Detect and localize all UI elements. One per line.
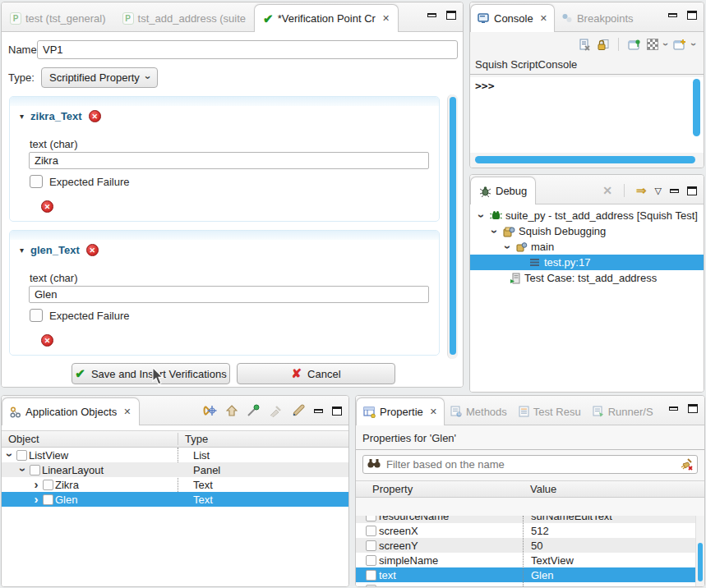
close-icon[interactable]: ✕ [123,407,131,417]
type-dropdown[interactable]: Scriptified Property › [41,67,158,88]
open-console-icon[interactable] [673,39,686,51]
tab-test-results[interactable]: Test Resu [513,398,587,425]
tab-test-general[interactable]: P test (tst_general) [2,5,114,31]
property-checkbox[interactable] [366,555,376,566]
expander-icon[interactable]: › [31,480,41,489]
object-checkbox[interactable] [16,450,27,461]
editor-scrollbar[interactable] [447,94,458,359]
minimize-icon[interactable] [670,189,679,193]
property-checkbox[interactable] [366,526,376,536]
minimize-icon[interactable] [314,409,323,413]
minimize-icon[interactable] [427,13,436,17]
property-row-text[interactable]: text Glen [356,567,704,582]
pin-console-icon[interactable] [628,39,641,51]
property-checkbox[interactable] [366,516,376,521]
tab-verification-point[interactable]: ✔ *Verification Point Cr ✕ [254,4,399,32]
collapse-triangle-icon[interactable]: ▾ [20,112,24,121]
clear-filter-broom-icon[interactable] [680,458,693,471]
property-row-resourcename[interactable]: resourceName surNameEditText [356,516,704,523]
minimize-icon[interactable] [668,13,677,17]
tab-properties[interactable]: Propertie ✕ [356,397,445,425]
close-icon[interactable]: ✕ [382,13,390,24]
pick-parent-icon[interactable] [226,405,238,417]
section-title[interactable]: glen_Text [30,244,80,256]
tab-application-objects[interactable]: Application Objects ✕ [2,397,140,425]
debug-tree-item-stackframe[interactable]: test.py:17 [470,255,704,270]
minimize-icon[interactable] [669,407,678,411]
object-checkbox[interactable] [43,494,53,505]
expander-icon[interactable]: › [19,465,27,475]
remove-section-icon[interactable]: ✕ [86,244,99,256]
maximize-icon[interactable] [446,11,456,20]
remove-terminated-icon[interactable]: ✕ [602,184,612,197]
object-row-linearlayout[interactable]: › LinearLayout Panel [2,462,348,477]
debug-tree-item-main[interactable]: › main [470,239,704,255]
maximize-icon[interactable] [687,11,697,20]
expander-icon[interactable]: › [31,495,41,503]
column-header-value[interactable]: Value [520,483,556,495]
close-icon[interactable]: ✕ [430,407,437,417]
maximize-icon[interactable] [688,404,698,413]
tab-tst-add-address[interactable]: P tst_add_address (suite [114,5,255,31]
tab-debug[interactable]: Debug [470,177,536,204]
console-output-area[interactable]: >>> [470,77,704,153]
object-row-zikra[interactable]: › Zikra Text [2,477,348,492]
scrollbar-thumb[interactable] [693,79,700,136]
property-row-screenx[interactable]: screenX 512 [356,523,704,538]
property-checkbox[interactable] [366,570,376,581]
column-header-type[interactable]: Type [178,433,208,445]
expander-icon[interactable]: › [491,227,499,237]
object-checkbox[interactable] [43,480,53,490]
object-row-glen[interactable]: › Glen Text [2,492,348,507]
tab-console[interactable]: Console ✕ [470,4,555,32]
property-checkbox[interactable] [366,585,376,587]
close-icon[interactable]: ✕ [540,13,547,24]
expected-failure-checkbox[interactable] [30,175,43,188]
console-hscrollbar[interactable] [475,156,695,163]
tab-methods[interactable]: M Methods [445,398,513,425]
expander-icon[interactable]: › [478,211,486,221]
vp-name-input[interactable] [37,40,458,59]
expected-text-input[interactable] [29,152,429,169]
object-checkbox[interactable] [30,465,40,475]
column-header-object[interactable]: Object [2,433,178,445]
cancel-button[interactable]: ✘ Cancel [237,363,395,384]
object-row-listview[interactable]: › ListView List [2,448,348,462]
expander-icon[interactable]: › [504,242,512,252]
step-arrow-icon[interactable]: ⇒ [636,183,647,198]
property-row-type[interactable]: type Text [356,582,704,586]
console-vscrollbar[interactable] [691,79,702,154]
remove-section-icon[interactable]: ✕ [89,110,101,122]
remove-property-icon[interactable]: ✕ [41,200,53,213]
maximize-icon[interactable] [332,407,342,416]
view-menu-icon[interactable]: ▽ [655,186,662,196]
clear-console-icon[interactable] [579,39,591,51]
maximize-icon[interactable] [687,186,697,195]
column-header-property[interactable]: Property [356,483,520,495]
expected-failure-checkbox[interactable] [30,309,43,322]
properties-vscrollbar[interactable] [695,516,704,586]
chevron-down-icon[interactable]: › [660,43,671,46]
property-row-screeny[interactable]: screenY 50 [356,538,704,553]
display-selected-console-icon[interactable] [647,39,658,50]
debug-tree-item-launch[interactable]: › suite_py - tst_add_address [Squish Tes… [470,208,704,223]
expander-icon[interactable]: › [6,450,14,460]
tab-breakpoints[interactable]: Breakpoints [555,5,640,31]
chevron-down-icon[interactable]: › [688,43,699,46]
debug-tree-item-testcase[interactable]: Test Case: tst_add_address [470,270,704,286]
remove-property-icon[interactable]: ✕ [41,334,53,347]
collapse-triangle-icon[interactable]: ▾ [20,246,24,255]
relaunch-aut-icon[interactable] [203,404,217,417]
filter-input[interactable] [362,455,698,474]
scrollbar-thumb[interactable] [450,97,456,355]
property-row-simplename[interactable]: simpleName TextView [356,553,704,567]
highlight-object-icon[interactable] [292,404,305,417]
section-title[interactable]: zikra_Text [30,110,82,122]
expected-text-input[interactable] [29,286,429,303]
scroll-lock-icon[interactable] [597,39,609,51]
object-picker-icon[interactable] [247,404,260,417]
debug-tree-item-debugging[interactable]: › Squish Debugging [470,223,704,239]
property-checkbox[interactable] [366,540,376,551]
tab-runner-server[interactable]: Runner/S [587,398,659,425]
scrollbar-thumb[interactable] [698,543,703,581]
